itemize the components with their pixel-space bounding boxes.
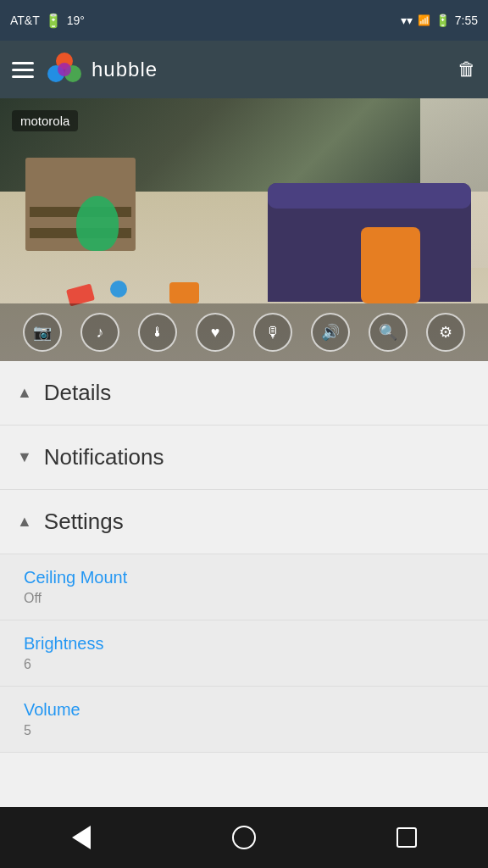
ceiling-mount-label: Ceiling Mount (24, 568, 471, 587)
microphone-button[interactable]: 🎙 (253, 313, 292, 352)
settings-section-title: Settings (44, 509, 124, 535)
time-text: 7:55 (455, 14, 478, 27)
notifications-section-title: Notifications (44, 444, 164, 470)
home-button[interactable] (219, 812, 269, 863)
svg-point-3 (58, 63, 71, 76)
wifi-icon: ▾▾ (401, 14, 413, 27)
favorites-button[interactable]: ♥ (196, 313, 235, 352)
status-bar: AT&T 🔋 19° ▾▾ 📶 🔋 7:55 (0, 0, 488, 41)
app-header: hubble 🗑 (0, 41, 488, 98)
brightness-setting[interactable]: Brightness 6 (0, 620, 488, 687)
zoom-button[interactable]: 🔍 (369, 313, 408, 352)
back-button[interactable] (56, 812, 107, 863)
content-area: ▲ Details ▼ Notifications ▲ Settings Cei… (0, 361, 488, 753)
volume-label: Volume (24, 700, 471, 720)
temperature-button[interactable]: 🌡 (138, 313, 177, 352)
toy-3 (169, 282, 199, 303)
toy-2 (110, 281, 127, 298)
hubble-logo-icon (46, 51, 83, 88)
recents-button[interactable] (381, 812, 432, 863)
settings-section-header[interactable]: ▲ Settings (0, 490, 488, 554)
ceiling-mount-setting[interactable]: Ceiling Mount Off (0, 554, 488, 620)
volume-value: 5 (24, 723, 471, 738)
details-section-header[interactable]: ▲ Details (0, 361, 488, 426)
snapshot-button[interactable]: 📷 (23, 313, 62, 352)
back-arrow-icon (72, 826, 91, 849)
header-left: hubble (12, 51, 158, 88)
delete-button[interactable]: 🗑 (458, 58, 476, 81)
details-section-title: Details (44, 380, 111, 406)
chair (361, 227, 420, 303)
logo-container: hubble (46, 51, 158, 88)
carrier-text: AT&T (10, 14, 40, 27)
settings-chevron-icon: ▲ (17, 513, 32, 531)
app-name-text: hubble (92, 58, 158, 81)
settings-items-container: Ceiling Mount Off Brightness 6 Volume 5 (0, 554, 488, 753)
lullaby-button[interactable]: ♪ (80, 313, 119, 352)
home-circle-icon (232, 826, 256, 849)
menu-button[interactable] (12, 62, 34, 78)
notifications-chevron-icon: ▼ (17, 448, 32, 466)
details-chevron-icon: ▲ (17, 384, 32, 402)
camera-settings-button[interactable]: ⚙ (426, 313, 465, 352)
battery-icon: 🔋 (45, 13, 62, 29)
ceiling-mount-value: Off (24, 591, 471, 606)
volume-setting[interactable]: Volume 5 (0, 687, 488, 753)
signal-icon: 📶 (418, 14, 430, 26)
camera-device-label: motorola (12, 110, 78, 131)
recents-square-icon (396, 827, 417, 848)
camera-feed: motorola 📷 ♪ 🌡 ♥ 🎙 🔊 🔍 ⚙ (0, 98, 488, 361)
battery-status-icon: 🔋 (435, 14, 450, 27)
brightness-label: Brightness (24, 634, 471, 654)
bottom-navigation (0, 807, 488, 868)
stuffed-animal (76, 196, 119, 251)
notifications-section-header[interactable]: ▼ Notifications (0, 426, 488, 490)
temperature-text: 19° (67, 14, 85, 27)
status-left: AT&T 🔋 19° (10, 13, 85, 29)
camera-controls-bar: 📷 ♪ 🌡 ♥ 🎙 🔊 🔍 ⚙ (0, 303, 488, 361)
brightness-value: 6 (24, 657, 471, 672)
status-right: ▾▾ 📶 🔋 7:55 (401, 14, 478, 27)
speaker-button[interactable]: 🔊 (311, 313, 350, 352)
couch-back (268, 183, 471, 209)
